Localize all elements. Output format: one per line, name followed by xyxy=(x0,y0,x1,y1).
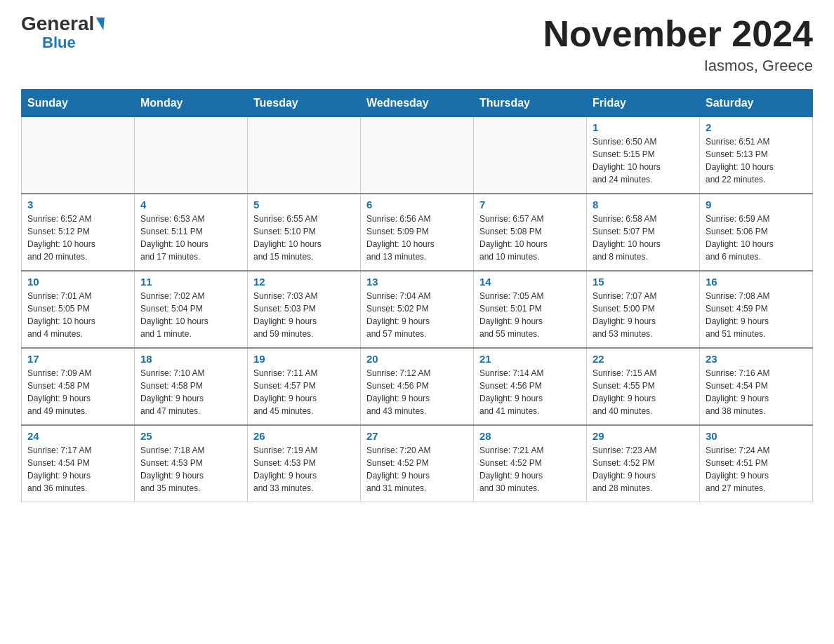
day-number: 20 xyxy=(366,353,468,365)
day-info: Sunrise: 7:18 AM Sunset: 4:53 PM Dayligh… xyxy=(140,444,241,495)
day-number: 27 xyxy=(366,430,468,442)
day-info: Sunrise: 7:07 AM Sunset: 5:00 PM Dayligh… xyxy=(593,290,694,340)
day-number: 7 xyxy=(479,199,581,210)
calendar-day-cell: 26Sunrise: 7:19 AM Sunset: 4:53 PM Dayli… xyxy=(248,425,361,502)
calendar-day-cell: 19Sunrise: 7:11 AM Sunset: 4:57 PM Dayli… xyxy=(248,348,361,425)
logo: General Blue xyxy=(21,14,104,52)
calendar-day-cell: 22Sunrise: 7:15 AM Sunset: 4:55 PM Dayli… xyxy=(587,348,700,425)
day-info: Sunrise: 7:10 AM Sunset: 4:58 PM Dayligh… xyxy=(140,367,241,417)
day-info: Sunrise: 6:58 AM Sunset: 5:07 PM Dayligh… xyxy=(593,213,694,263)
calendar-day-cell xyxy=(361,117,474,194)
day-info: Sunrise: 7:14 AM Sunset: 4:56 PM Dayligh… xyxy=(479,367,581,417)
day-info: Sunrise: 7:04 AM Sunset: 5:02 PM Dayligh… xyxy=(366,290,468,340)
calendar-day-cell: 28Sunrise: 7:21 AM Sunset: 4:52 PM Dayli… xyxy=(474,425,587,502)
calendar-day-cell: 12Sunrise: 7:03 AM Sunset: 5:03 PM Dayli… xyxy=(248,271,361,348)
day-number: 29 xyxy=(593,430,694,442)
day-number: 2 xyxy=(706,121,807,133)
day-info: Sunrise: 6:51 AM Sunset: 5:13 PM Dayligh… xyxy=(706,135,807,186)
calendar-week-row: 24Sunrise: 7:17 AM Sunset: 4:54 PM Dayli… xyxy=(22,425,813,502)
day-number: 9 xyxy=(706,199,807,210)
day-number: 13 xyxy=(366,276,468,288)
calendar-day-cell: 13Sunrise: 7:04 AM Sunset: 5:02 PM Dayli… xyxy=(361,271,474,348)
logo-blue-text: Blue xyxy=(42,34,76,52)
calendar-day-cell: 5Sunrise: 6:55 AM Sunset: 5:10 PM Daylig… xyxy=(248,194,361,271)
day-of-week-header: Wednesday xyxy=(361,90,474,117)
calendar-day-cell: 8Sunrise: 6:58 AM Sunset: 5:07 PM Daylig… xyxy=(587,194,700,271)
calendar-day-cell: 18Sunrise: 7:10 AM Sunset: 4:58 PM Dayli… xyxy=(135,348,248,425)
day-info: Sunrise: 7:05 AM Sunset: 5:01 PM Dayligh… xyxy=(479,290,581,340)
calendar-day-cell xyxy=(22,117,135,194)
day-info: Sunrise: 6:55 AM Sunset: 5:10 PM Dayligh… xyxy=(253,213,355,263)
day-number: 26 xyxy=(253,430,355,442)
day-number: 22 xyxy=(593,353,694,365)
day-info: Sunrise: 7:03 AM Sunset: 5:03 PM Dayligh… xyxy=(253,290,355,340)
day-info: Sunrise: 6:53 AM Sunset: 5:11 PM Dayligh… xyxy=(140,213,241,263)
day-number: 16 xyxy=(706,276,807,288)
day-number: 21 xyxy=(479,353,581,365)
day-info: Sunrise: 7:12 AM Sunset: 4:56 PM Dayligh… xyxy=(366,367,468,417)
calendar-day-cell: 3Sunrise: 6:52 AM Sunset: 5:12 PM Daylig… xyxy=(22,194,135,271)
day-info: Sunrise: 6:57 AM Sunset: 5:08 PM Dayligh… xyxy=(479,213,581,263)
calendar-day-cell: 2Sunrise: 6:51 AM Sunset: 5:13 PM Daylig… xyxy=(700,117,813,194)
calendar-day-cell: 11Sunrise: 7:02 AM Sunset: 5:04 PM Dayli… xyxy=(135,271,248,348)
calendar-day-cell: 7Sunrise: 6:57 AM Sunset: 5:08 PM Daylig… xyxy=(474,194,587,271)
day-of-week-header: Tuesday xyxy=(248,90,361,117)
title-section: November 2024 Iasmos, Greece xyxy=(543,14,813,75)
calendar-day-cell xyxy=(248,117,361,194)
day-number: 3 xyxy=(27,199,128,210)
day-number: 18 xyxy=(140,353,241,365)
day-of-week-header: Monday xyxy=(135,90,248,117)
day-info: Sunrise: 6:59 AM Sunset: 5:06 PM Dayligh… xyxy=(706,213,807,263)
day-number: 19 xyxy=(253,353,355,365)
month-title: November 2024 xyxy=(543,14,813,54)
day-info: Sunrise: 7:17 AM Sunset: 4:54 PM Dayligh… xyxy=(27,444,128,495)
day-info: Sunrise: 7:01 AM Sunset: 5:05 PM Dayligh… xyxy=(27,290,128,340)
calendar-week-row: 10Sunrise: 7:01 AM Sunset: 5:05 PM Dayli… xyxy=(22,271,813,348)
day-number: 23 xyxy=(706,353,807,365)
day-info: Sunrise: 7:20 AM Sunset: 4:52 PM Dayligh… xyxy=(366,444,468,495)
day-number: 5 xyxy=(253,199,355,210)
day-number: 11 xyxy=(140,276,241,288)
calendar-week-row: 17Sunrise: 7:09 AM Sunset: 4:58 PM Dayli… xyxy=(22,348,813,425)
day-info: Sunrise: 7:21 AM Sunset: 4:52 PM Dayligh… xyxy=(479,444,581,495)
day-info: Sunrise: 6:52 AM Sunset: 5:12 PM Dayligh… xyxy=(27,213,128,263)
day-of-week-header: Friday xyxy=(587,90,700,117)
calendar-day-cell: 30Sunrise: 7:24 AM Sunset: 4:51 PM Dayli… xyxy=(700,425,813,502)
calendar-day-cell: 14Sunrise: 7:05 AM Sunset: 5:01 PM Dayli… xyxy=(474,271,587,348)
calendar-day-cell: 17Sunrise: 7:09 AM Sunset: 4:58 PM Dayli… xyxy=(22,348,135,425)
calendar-day-cell: 9Sunrise: 6:59 AM Sunset: 5:06 PM Daylig… xyxy=(700,194,813,271)
calendar-day-cell xyxy=(474,117,587,194)
calendar-day-cell: 4Sunrise: 6:53 AM Sunset: 5:11 PM Daylig… xyxy=(135,194,248,271)
calendar-day-cell: 27Sunrise: 7:20 AM Sunset: 4:52 PM Dayli… xyxy=(361,425,474,502)
calendar-day-cell: 16Sunrise: 7:08 AM Sunset: 4:59 PM Dayli… xyxy=(700,271,813,348)
calendar-day-cell: 10Sunrise: 7:01 AM Sunset: 5:05 PM Dayli… xyxy=(22,271,135,348)
day-info: Sunrise: 6:56 AM Sunset: 5:09 PM Dayligh… xyxy=(366,213,468,263)
day-info: Sunrise: 7:19 AM Sunset: 4:53 PM Dayligh… xyxy=(253,444,355,495)
day-of-week-header: Sunday xyxy=(22,90,135,117)
day-number: 6 xyxy=(366,199,468,210)
day-number: 30 xyxy=(706,430,807,442)
calendar-header-row: SundayMondayTuesdayWednesdayThursdayFrid… xyxy=(22,90,813,117)
day-info: Sunrise: 7:23 AM Sunset: 4:52 PM Dayligh… xyxy=(593,444,694,495)
day-info: Sunrise: 7:24 AM Sunset: 4:51 PM Dayligh… xyxy=(706,444,807,495)
calendar-day-cell: 6Sunrise: 6:56 AM Sunset: 5:09 PM Daylig… xyxy=(361,194,474,271)
day-info: Sunrise: 7:11 AM Sunset: 4:57 PM Dayligh… xyxy=(253,367,355,417)
calendar-day-cell xyxy=(135,117,248,194)
calendar-day-cell: 29Sunrise: 7:23 AM Sunset: 4:52 PM Dayli… xyxy=(587,425,700,502)
calendar-week-row: 1Sunrise: 6:50 AM Sunset: 5:15 PM Daylig… xyxy=(22,117,813,194)
calendar-day-cell: 1Sunrise: 6:50 AM Sunset: 5:15 PM Daylig… xyxy=(587,117,700,194)
day-number: 14 xyxy=(479,276,581,288)
day-of-week-header: Thursday xyxy=(474,90,587,117)
calendar-table: SundayMondayTuesdayWednesdayThursdayFrid… xyxy=(21,89,813,502)
calendar-day-cell: 20Sunrise: 7:12 AM Sunset: 4:56 PM Dayli… xyxy=(361,348,474,425)
day-of-week-header: Saturday xyxy=(700,90,813,117)
day-number: 28 xyxy=(479,430,581,442)
day-info: Sunrise: 7:16 AM Sunset: 4:54 PM Dayligh… xyxy=(706,367,807,417)
day-number: 25 xyxy=(140,430,241,442)
calendar-day-cell: 24Sunrise: 7:17 AM Sunset: 4:54 PM Dayli… xyxy=(22,425,135,502)
page-header: General Blue November 2024 Iasmos, Greec… xyxy=(21,14,813,75)
day-number: 8 xyxy=(593,199,694,210)
day-number: 10 xyxy=(27,276,128,288)
calendar-week-row: 3Sunrise: 6:52 AM Sunset: 5:12 PM Daylig… xyxy=(22,194,813,271)
calendar-day-cell: 25Sunrise: 7:18 AM Sunset: 4:53 PM Dayli… xyxy=(135,425,248,502)
